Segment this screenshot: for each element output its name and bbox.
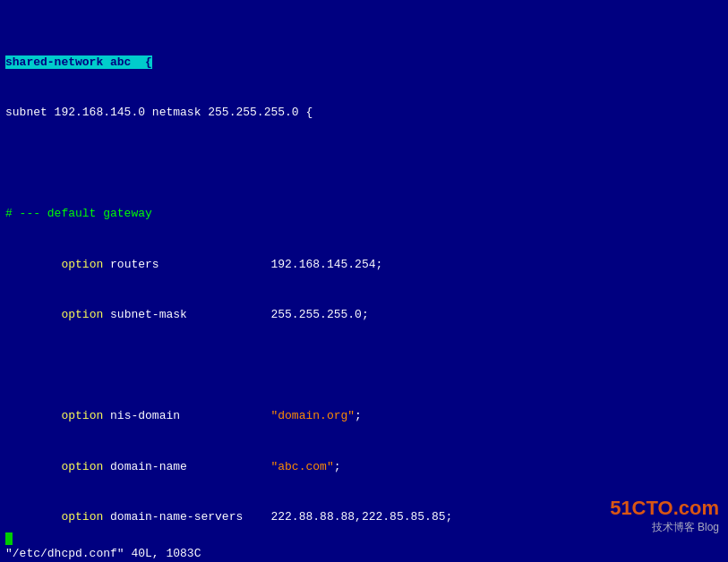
editor-window: shared-network abc { subnet 192.168.145.… — [0, 0, 728, 562]
status-bar: "/etc/dhcpd.conf" 40L, 1083C — [0, 545, 728, 562]
line-1: shared-network abc { — [5, 55, 723, 72]
watermark-brand: 51CTO.com — [610, 497, 719, 520]
line-7 — [5, 358, 723, 375]
status-text: "/etc/dhcpd.conf" 40L, 1083C — [5, 547, 201, 560]
watermark: 51CTO.com 技术博客 Blog — [610, 497, 719, 535]
code-content: shared-network abc { subnet 192.168.145.… — [5, 4, 723, 562]
line-9: option domain-name "abc.com"; — [5, 459, 723, 476]
line-3 — [5, 156, 723, 173]
line-5: option routers 192.168.145.254; — [5, 257, 723, 274]
line-2: subnet 192.168.145.0 netmask 255.255.255… — [5, 105, 723, 122]
line-8: option nis-domain "domain.org"; — [5, 408, 723, 425]
watermark-tagline: 技术博客 Blog — [610, 520, 719, 535]
line-4: # --- default gateway — [5, 206, 723, 223]
line-6: option subnet-mask 255.255.255.0; — [5, 307, 723, 324]
